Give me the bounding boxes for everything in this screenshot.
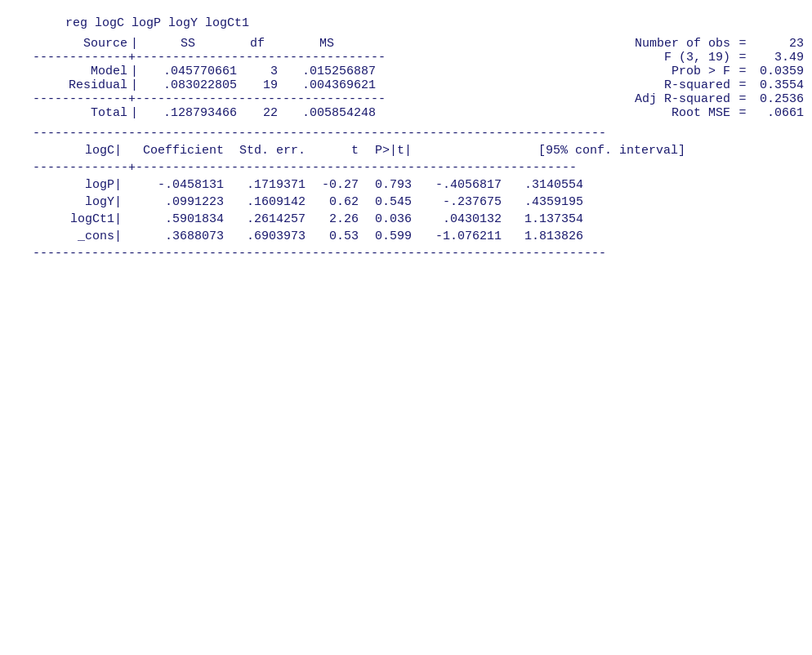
coef-coef-3: .3688073	[126, 229, 224, 243]
coef-p-3: 0.599	[359, 229, 412, 243]
adj-r2-right: Adj R-squared = 0.2536	[457, 92, 812, 106]
coef-t-2: 2.26	[306, 212, 359, 226]
coef-ci2-2: 1.137354	[502, 212, 583, 226]
coef-header-pipe: |	[114, 144, 126, 158]
coef-header-ci: [95% conf. interval]	[412, 144, 812, 158]
df-header: df	[237, 37, 278, 51]
coef-ci2-0: .3140554	[502, 178, 583, 192]
coef-coef-2: .5901834	[126, 212, 224, 226]
sep2-text: -------------+--------------------------…	[33, 92, 386, 106]
f-label: F (3, 19)	[624, 51, 730, 65]
model-row: Model | .045770661 3 .015256887 Prob > F…	[33, 65, 812, 78]
r2-val: 0.3554	[755, 78, 804, 92]
model-ms: .015256887	[278, 65, 376, 78]
f-val: 3.49	[755, 51, 804, 65]
total-label: Total	[33, 106, 131, 120]
command-text: reg logC logP logY logCt1	[65, 16, 249, 30]
sep2-left: -------------+--------------------------…	[33, 92, 457, 106]
pipe-header: |	[131, 37, 139, 51]
total-ss: .128793466	[139, 106, 237, 120]
anova-header-row: Source | SS df MS Number of obs = 23	[33, 37, 812, 51]
ss-header: SS	[139, 37, 237, 51]
f-eq: =	[730, 51, 755, 65]
residual-pipe: |	[131, 78, 139, 92]
coef-pipe-2: |	[114, 212, 126, 226]
coef-ci1-2: .0430132	[412, 212, 502, 226]
model-pipe: |	[131, 65, 139, 78]
anova-col-headers: Source | SS df MS	[33, 37, 457, 51]
separator-row-1: -------------+--------------------------…	[33, 51, 812, 65]
root-mse-val: .0661	[755, 106, 804, 120]
coef-row: _cons | .3688073 .6903973 0.53 0.599 -1.…	[33, 229, 812, 243]
coef-header-t: t	[306, 144, 359, 158]
full-sep-1: ----------------------------------------…	[33, 127, 812, 140]
total-ms: .005854248	[278, 106, 376, 120]
num-obs-label: Number of obs	[624, 37, 730, 51]
coef-pipe-1: |	[114, 195, 126, 209]
prob-f-right: Prob > F = 0.0359	[457, 65, 812, 78]
coef-sep-1-text: -------------+--------------------------…	[33, 161, 577, 175]
r2-eq: =	[730, 78, 755, 92]
coef-ci2-3: 1.813826	[502, 229, 583, 243]
sep1-left: -------------+--------------------------…	[33, 51, 457, 65]
coef-p-0: 0.793	[359, 178, 412, 192]
coef-header-var: logC	[33, 144, 114, 158]
r2-label: R-squared	[624, 78, 730, 92]
residual-data: Residual | .083022805 19 .004369621	[33, 78, 457, 92]
num-obs-line: Number of obs = 23	[466, 37, 812, 51]
model-left: Model | .045770661 3 .015256887	[33, 65, 457, 78]
root-mse-right: Root MSE = .0661	[457, 106, 812, 120]
num-obs-val: 23	[755, 37, 804, 51]
r2-right: R-squared = 0.3554	[457, 78, 812, 92]
command-line: reg logC logP logY logCt1	[33, 16, 812, 30]
residual-df: 19	[237, 78, 278, 92]
total-row: Total | .128793466 22 .005854248 Root MS…	[33, 106, 812, 120]
coef-row: logCt1 | .5901834 .2614257 2.26 0.036 .0…	[33, 212, 812, 226]
residual-ss: .083022805	[139, 78, 237, 92]
full-sep-1-text: ----------------------------------------…	[33, 127, 606, 140]
coef-header-p: P>|t|	[359, 144, 412, 158]
adj-r2-line: Adj R-squared = 0.2536	[466, 92, 812, 106]
coef-var-2: logCt1	[33, 212, 114, 226]
coef-header-row: logC | Coefficient Std. err. t P>|t| [95…	[33, 144, 812, 158]
adj-r2-label: Adj R-squared	[624, 92, 730, 106]
coef-ci2-1: .4359195	[502, 195, 583, 209]
source-header: Source	[33, 37, 131, 51]
adj-r2-eq: =	[730, 92, 755, 106]
sep1-text: -------------+--------------------------…	[33, 51, 386, 65]
coef-p-2: 0.036	[359, 212, 412, 226]
residual-left: Residual | .083022805 19 .004369621	[33, 78, 457, 92]
prob-f-label: Prob > F	[624, 65, 730, 78]
total-pipe: |	[131, 106, 139, 120]
model-df: 3	[237, 65, 278, 78]
model-label: Model	[33, 65, 131, 78]
coef-rows-container: logP | -.0458131 .1719371 -0.27 0.793 -.…	[33, 178, 812, 243]
coef-header-stderr: Std. err.	[224, 144, 306, 158]
coef-stderr-2: .2614257	[224, 212, 306, 226]
separator-row-2: -------------+--------------------------…	[33, 92, 812, 106]
f-stat-right: F (3, 19) = 3.49	[457, 51, 812, 65]
total-data: Total | .128793466 22 .005854248	[33, 106, 457, 120]
coef-pipe-0: |	[114, 178, 126, 192]
coef-stderr-1: .1609142	[224, 195, 306, 209]
coef-pipe-3: |	[114, 229, 126, 243]
root-mse-eq: =	[730, 106, 755, 120]
residual-label: Residual	[33, 78, 131, 92]
adj-r2-val: 0.2536	[755, 92, 804, 106]
total-left: Total | .128793466 22 .005854248	[33, 106, 457, 120]
coef-t-0: -0.27	[306, 178, 359, 192]
coef-coef-1: .0991223	[126, 195, 224, 209]
model-ss: .045770661	[139, 65, 237, 78]
coef-var-1: logY	[33, 195, 114, 209]
root-mse-line: Root MSE = .0661	[466, 106, 812, 120]
full-sep-2-text: ----------------------------------------…	[33, 247, 606, 261]
coef-ci1-3: -1.076211	[412, 229, 502, 243]
coef-ci1-1: -.237675	[412, 195, 502, 209]
num-obs-eq: =	[730, 37, 755, 51]
coef-stderr-3: .6903973	[224, 229, 306, 243]
prob-f-eq: =	[730, 65, 755, 78]
f-stat-line: F (3, 19) = 3.49	[466, 51, 812, 65]
coef-t-1: 0.62	[306, 195, 359, 209]
coef-header-coef: Coefficient	[126, 144, 224, 158]
coef-row: logY | .0991223 .1609142 0.62 0.545 -.23…	[33, 195, 812, 209]
